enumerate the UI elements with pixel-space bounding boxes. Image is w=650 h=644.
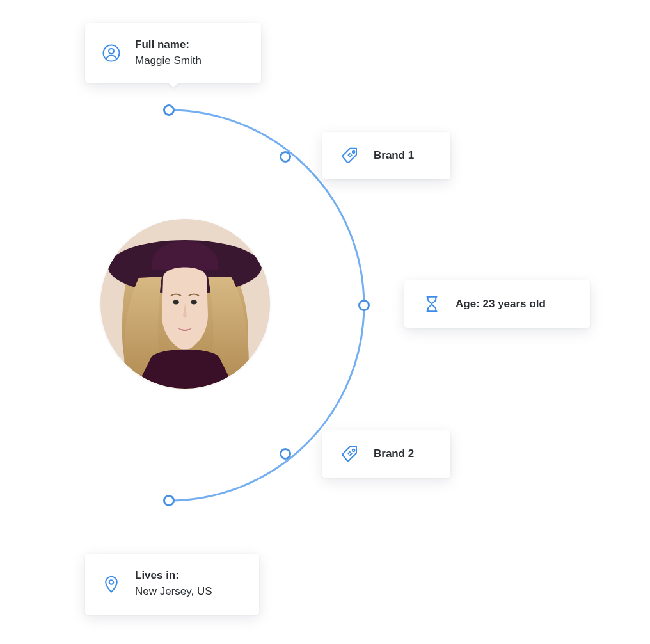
profile-orbit-diagram: Full name: Maggie Smith Brand 1 Age: 23 … bbox=[0, 0, 650, 644]
avatar bbox=[100, 219, 270, 389]
card-brand-1: Brand 1 bbox=[322, 132, 450, 179]
orbit-node bbox=[358, 300, 370, 311]
person-icon bbox=[102, 44, 121, 63]
brand-1-label: Brand 1 bbox=[374, 148, 414, 164]
svg-point-12 bbox=[353, 449, 355, 452]
location-pin-icon bbox=[102, 574, 121, 593]
orbit-node bbox=[163, 495, 175, 506]
orbit-node bbox=[280, 448, 291, 460]
svg-point-4 bbox=[191, 300, 197, 305]
orbit-node bbox=[163, 104, 175, 116]
svg-point-6 bbox=[109, 49, 114, 54]
svg-line-13 bbox=[348, 451, 351, 454]
svg-point-7 bbox=[353, 151, 355, 154]
location-label: Lives in: bbox=[135, 569, 179, 581]
full-name-label: Full name: bbox=[135, 38, 189, 51]
card-age: Age: 23 years old bbox=[404, 280, 590, 328]
card-brand-2: Brand 2 bbox=[322, 430, 450, 478]
tag-icon bbox=[340, 444, 360, 463]
tag-icon bbox=[340, 146, 360, 165]
card-full-name: Full name: Maggie Smith bbox=[85, 23, 261, 83]
full-name-value: Maggie Smith bbox=[135, 54, 202, 67]
svg-point-15 bbox=[109, 580, 114, 584]
brand-2-label: Brand 2 bbox=[374, 446, 414, 462]
age-text: Age: 23 years old bbox=[456, 296, 546, 312]
location-value: New Jersey, US bbox=[135, 585, 212, 597]
svg-point-3 bbox=[173, 300, 179, 305]
svg-line-14 bbox=[349, 453, 352, 456]
svg-line-9 bbox=[349, 155, 352, 157]
hourglass-icon bbox=[422, 294, 441, 314]
card-location: Lives in: New Jersey, US bbox=[85, 554, 259, 615]
orbit-node bbox=[280, 151, 291, 163]
svg-line-8 bbox=[348, 153, 351, 156]
